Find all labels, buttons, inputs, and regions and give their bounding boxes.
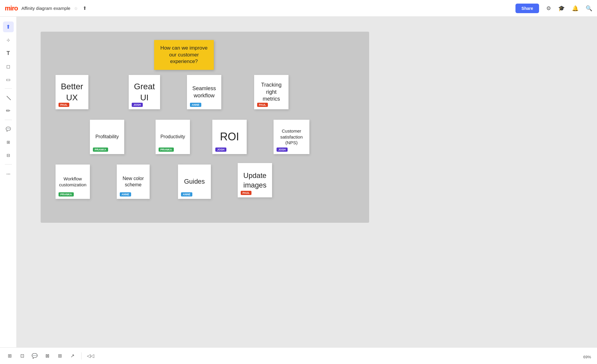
sticky-text-customer-satisfaction: Customer satisfaction (NPS)	[280, 128, 303, 146]
bottom-tool-5[interactable]: ⊞	[55, 351, 65, 361]
sticky-great-ui[interactable]: Great UIJosh	[129, 75, 160, 109]
sticky-roi[interactable]: ROIJosh	[212, 120, 247, 154]
sticky-text-tracking-metrics: Tracking right metrics	[261, 82, 281, 102]
sticky-tool[interactable]: ◻	[3, 61, 14, 72]
line-tool[interactable]: |	[1, 90, 16, 105]
sticky-better-ux[interactable]: Better UXPaul	[56, 75, 88, 109]
text-tool[interactable]: T	[3, 48, 14, 59]
sticky-text-seamless-workflow: Seamless workflow	[192, 85, 216, 99]
toolbar-separator-3	[5, 164, 12, 165]
notification-icon[interactable]: 🔔	[572, 5, 578, 12]
pen-tool[interactable]: ✏	[3, 105, 14, 116]
board-title: Affinity diagram example	[22, 6, 70, 11]
question-note[interactable]: How can we improve our customer experien…	[154, 40, 214, 70]
sticky-text-profitability: Profitability	[95, 134, 119, 140]
sticky-tracking-metrics[interactable]: Tracking right metricsPaul	[254, 75, 288, 109]
bottom-tool-6[interactable]: ↗	[67, 351, 77, 361]
sticky-seamless-workflow[interactable]: Seamless workflowAnne	[187, 75, 221, 109]
settings-icon[interactable]: ⚙	[546, 5, 551, 12]
sticky-tag-roi: Josh	[215, 148, 226, 152]
header: miro Affinity diagram example ☆ ⬆ Share …	[0, 0, 597, 17]
frame-tool[interactable]: ⊹	[3, 35, 14, 45]
bottom-tool-7[interactable]: ◁◁	[86, 351, 95, 361]
sticky-tag-profitability: Pranka	[93, 148, 108, 152]
toolbar-separator-2	[5, 120, 12, 120]
toolbar-separator	[5, 88, 12, 89]
sticky-tag-great-ui: Josh	[132, 103, 143, 107]
sticky-text-new-color-scheme: New color scheme	[122, 176, 144, 188]
sticky-tag-workflow-customization: Pranka	[59, 192, 74, 196]
star-icon[interactable]: ☆	[74, 6, 78, 11]
sticky-profitability[interactable]: ProfitabilityPranka	[90, 120, 124, 154]
expand-tool[interactable]: ⊟	[3, 150, 14, 161]
sticky-tag-tracking-metrics: Paul	[257, 103, 268, 107]
canvas[interactable]: How can we improve our customer experien…	[17, 17, 597, 347]
sticky-text-great-ui: Great UI	[134, 81, 155, 103]
miro-logo: miro	[5, 4, 18, 12]
sticky-customer-satisfaction[interactable]: Customer satisfaction (NPS)Josh	[274, 120, 309, 154]
sticky-productivity[interactable]: ProductivityPranka	[156, 120, 190, 154]
comment-tool[interactable]: 💬	[3, 124, 14, 134]
bottom-tool-3[interactable]: 💬	[30, 351, 39, 361]
left-toolbar: ⬆ ⊹ T ◻ ▭ | ✏ 💬 ⊞ ⊟ ···	[0, 17, 17, 347]
sticky-new-color-scheme[interactable]: New color schemeAnne	[117, 165, 150, 199]
search-icon[interactable]: 🔍	[586, 5, 592, 12]
sticky-text-update-images: Update images	[243, 171, 266, 189]
share-button[interactable]: Share	[515, 4, 539, 13]
select-tool[interactable]: ⬆	[3, 21, 14, 32]
zoom-level: 69%	[583, 355, 591, 359]
sticky-tag-guides: Anne	[181, 192, 192, 196]
bottom-separator	[81, 352, 82, 360]
bottom-tool-4[interactable]: ⊠	[42, 351, 52, 361]
sticky-tag-better-ux: Paul	[59, 103, 69, 107]
sticky-text-guides: Guides	[184, 177, 205, 186]
question-text: How can we improve our customer experien…	[158, 45, 210, 65]
sticky-text-productivity: Productivity	[160, 134, 185, 140]
sticky-tag-productivity: Pranka	[159, 148, 174, 152]
sticky-tag-customer-satisfaction: Josh	[277, 148, 288, 152]
sticky-tag-new-color-scheme: Anne	[120, 192, 131, 196]
sticky-tag-update-images: Paul	[241, 191, 251, 195]
sticky-update-images[interactable]: Update imagesPaul	[238, 163, 272, 197]
more-tools[interactable]: ···	[3, 168, 14, 179]
sticky-guides[interactable]: GuidesAnne	[178, 165, 211, 199]
education-icon[interactable]: 🎓	[558, 5, 565, 12]
sticky-workflow-customization[interactable]: Workflow customizationPranka	[56, 165, 90, 199]
bottom-toolbar: ⊞ ⊡ 💬 ⊠ ⊞ ↗ ◁◁ 69%	[0, 347, 597, 364]
bottom-tool-2[interactable]: ⊡	[17, 351, 27, 361]
sticky-tag-seamless-workflow: Anne	[190, 103, 201, 107]
upload-icon[interactable]: ⬆	[83, 5, 87, 11]
bottom-tool-1[interactable]: ⊞	[5, 351, 14, 361]
sticky-text-workflow-customization: Workflow customization	[59, 176, 87, 188]
crop-tool[interactable]: ⊞	[3, 137, 14, 148]
sticky-text-better-ux: Better UX	[61, 81, 83, 103]
sticky-text-roi: ROI	[220, 130, 239, 144]
shape-tool[interactable]: ▭	[3, 74, 14, 85]
affinity-board: How can we improve our customer experien…	[41, 32, 369, 223]
